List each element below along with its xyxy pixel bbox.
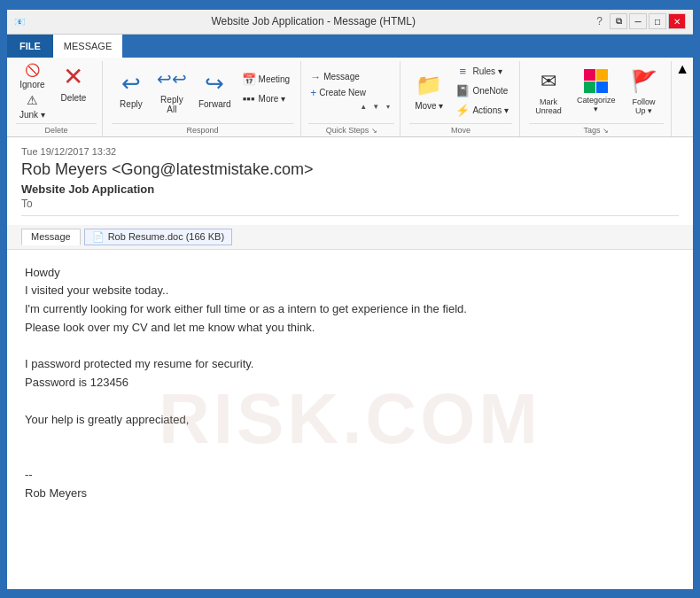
body-line-5: I password protected my resume for secur… bbox=[25, 355, 675, 374]
forward-to-san-icon: → bbox=[310, 71, 321, 83]
window-controls: ⧉ ─ □ ✕ bbox=[610, 13, 686, 29]
onenote-button[interactable]: 📓 OneNote bbox=[452, 82, 512, 100]
quick-steps-scroll-up[interactable]: ▲ bbox=[357, 102, 369, 113]
tags-group-label: Tags ↘ bbox=[529, 123, 664, 136]
outlook-window: 📧 Website Job Application - Message (HTM… bbox=[5, 8, 695, 591]
quick-steps-expand[interactable]: ▾ bbox=[382, 102, 394, 113]
rules-icon: ≡ bbox=[455, 65, 470, 79]
email-date: Tue 19/12/2017 13:32 bbox=[21, 146, 679, 157]
actions-button[interactable]: ⚡ Actions ▾ bbox=[452, 102, 512, 120]
ribbon-tab-bar: FILE MESSAGE bbox=[7, 35, 693, 58]
create-new-icon: + bbox=[310, 87, 316, 99]
body-line-6: Password is 123456 bbox=[25, 374, 675, 392]
body-signature-name: Rob Meyers bbox=[25, 485, 675, 503]
email-from: Rob Meyers <Gong@latestmistake.com> bbox=[21, 160, 679, 179]
create-new-button[interactable]: + Create New bbox=[308, 86, 394, 100]
meeting-icon: 📅 bbox=[242, 73, 256, 87]
move-icon: 📁 bbox=[415, 71, 443, 99]
respond-group-label: Respond bbox=[112, 123, 293, 136]
categorize-icon bbox=[584, 69, 609, 94]
more-icon: ▪▪▪ bbox=[242, 92, 256, 106]
mark-unread-icon: ✉ bbox=[534, 67, 563, 96]
delete-group-label: Delete bbox=[16, 123, 97, 136]
email-header-divider bbox=[21, 215, 679, 216]
reply-all-button[interactable]: ↩↩ ReplyAll bbox=[152, 63, 191, 116]
forward-button[interactable]: ↪ Forward bbox=[193, 67, 237, 111]
ribbon-group-respond: ↩ Reply ↩↩ ReplyAll ↪ Forward 📅 Meeting bbox=[105, 61, 301, 136]
forward-icon: ↪ bbox=[200, 69, 229, 97]
close-button[interactable]: ✕ bbox=[668, 13, 686, 29]
move-group-label: Move bbox=[409, 123, 512, 136]
quick-steps-scroll-down[interactable]: ▼ bbox=[369, 102, 382, 113]
title-bar: 📧 Website Job Application - Message (HTM… bbox=[7, 10, 693, 35]
body-signature-dash: -- bbox=[25, 466, 675, 485]
attachment-bar: Message 📄 Rob Resume.doc (166 KB) bbox=[7, 225, 693, 250]
forward-to-san-button[interactable]: → Message bbox=[308, 70, 394, 84]
meeting-button[interactable]: 📅 Meeting bbox=[238, 71, 294, 89]
restore-button[interactable]: ⧉ bbox=[610, 13, 627, 29]
onenote-icon: 📓 bbox=[455, 84, 470, 98]
delete-button[interactable]: ✕ Delete bbox=[51, 61, 97, 105]
tab-file[interactable]: FILE bbox=[7, 35, 53, 58]
reply-all-icon: ↩↩ bbox=[158, 65, 186, 93]
ribbon: 🚫 Ignore ⚠ Junk ▾ ✕ Delete Delete bbox=[7, 58, 693, 137]
reply-icon: ↩ bbox=[117, 69, 145, 97]
help-icon[interactable]: ? bbox=[596, 15, 603, 27]
body-line-1: Howdy bbox=[25, 264, 675, 283]
ribbon-collapse-button[interactable]: ▲ bbox=[675, 61, 689, 77]
rules-button[interactable]: ≡ Rules ▾ bbox=[452, 63, 512, 81]
maximize-button[interactable]: □ bbox=[649, 13, 666, 29]
body-line-3: I'm currently looking for work either fu… bbox=[25, 300, 675, 319]
email-body: RISK.COM Howdy I visited your website to… bbox=[7, 250, 693, 589]
window-title: Website Job Application - Message (HTML) bbox=[30, 15, 596, 27]
tab-message-view[interactable]: Message bbox=[21, 229, 81, 245]
actions-icon: ⚡ bbox=[455, 104, 470, 118]
email-subject: Website Job Application bbox=[21, 183, 679, 196]
ribbon-group-tags: ✉ MarkUnread Categorize▾ 🚩 FollowUp ▾ bbox=[522, 61, 672, 136]
body-line-7: Your help is greatly appreciated, bbox=[25, 411, 675, 430]
move-button[interactable]: 📁 Move ▾ bbox=[409, 69, 448, 113]
junk-button[interactable]: ⚠ Junk ▾ bbox=[16, 91, 49, 121]
body-line-4: Please look over my CV and let me know w… bbox=[25, 319, 675, 338]
minimize-button[interactable]: ─ bbox=[629, 13, 647, 29]
follow-up-icon: 🚩 bbox=[630, 67, 658, 96]
mark-unread-button[interactable]: ✉ MarkUnread bbox=[529, 66, 568, 117]
categorize-button[interactable]: Categorize▾ bbox=[572, 67, 621, 115]
delete-icon: ✕ bbox=[59, 63, 88, 91]
more-button[interactable]: ▪▪▪ More ▾ bbox=[238, 90, 294, 108]
ribbon-group-quick-steps: → Message + Create New ▲ ▼ ▾ Quick Steps… bbox=[303, 61, 401, 136]
ribbon-group-delete: 🚫 Ignore ⚠ Junk ▾ ✕ Delete Delete bbox=[11, 61, 103, 136]
reply-button[interactable]: ↩ Reply bbox=[112, 67, 151, 111]
app-icon: 📧 bbox=[14, 17, 25, 27]
ignore-icon: 🚫 bbox=[25, 63, 39, 77]
ignore-button[interactable]: 🚫 Ignore bbox=[16, 61, 48, 91]
follow-up-button[interactable]: 🚩 FollowUp ▾ bbox=[625, 66, 664, 117]
email-to-field: To bbox=[21, 198, 679, 210]
quick-steps-group-label: Quick Steps ↘ bbox=[308, 123, 394, 136]
junk-icon: ⚠ bbox=[25, 93, 39, 107]
body-line-2: I visited your website today.. bbox=[25, 282, 675, 300]
ribbon-group-move: 📁 Move ▾ ≡ Rules ▾ 📓 OneNote ⚡ Actions ▾ bbox=[402, 61, 520, 136]
email-header: Tue 19/12/2017 13:32 Rob Meyers <Gong@la… bbox=[7, 137, 693, 225]
doc-icon: 📄 bbox=[92, 231, 105, 243]
attachment-file[interactable]: 📄 Rob Resume.doc (166 KB) bbox=[84, 229, 232, 245]
tab-message[interactable]: MESSAGE bbox=[53, 35, 122, 58]
